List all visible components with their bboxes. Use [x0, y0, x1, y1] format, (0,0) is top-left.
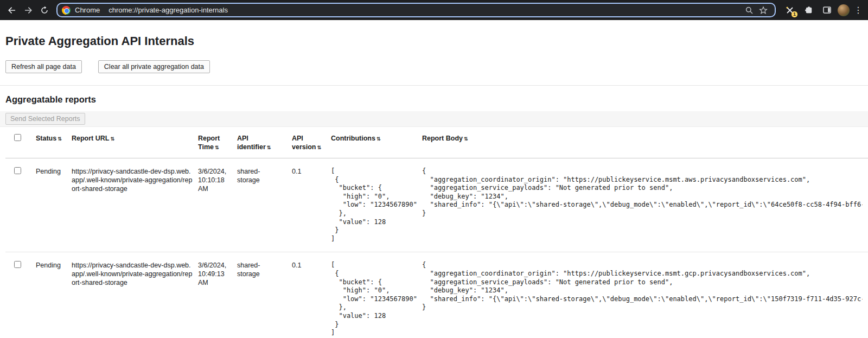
section-title: Aggregatable reports: [5, 94, 868, 105]
header-contributions[interactable]: Contributions⇅: [331, 127, 422, 158]
internals-page: Private Aggregation API Internals Refres…: [0, 34, 868, 338]
sort-arrows-icon: ⇅: [464, 136, 468, 142]
reports-table: Status⇅ Report URL⇅ Report Time⇅ API ide…: [5, 127, 868, 338]
refresh-all-button[interactable]: Refresh all page data: [5, 60, 82, 73]
api-version-cell: 0.1: [292, 252, 331, 338]
sort-arrows-icon: ⇅: [110, 136, 114, 142]
back-arrow-icon: [8, 6, 16, 15]
url-text: chrome://private-aggregation-internals: [108, 6, 228, 14]
report-body-cell: { "aggregation_coordinator_origin": "htt…: [422, 158, 868, 252]
table-header-row: Status⇅ Report URL⇅ Report Time⇅ API ide…: [5, 127, 868, 158]
api-version-cell: 0.1: [292, 158, 331, 252]
status-cell: Pending: [36, 158, 72, 252]
toolbar-right-icons: 1 ⋮: [782, 3, 864, 18]
report-url-cell: https://privacy-sandcastle-dev-dsp.web.a…: [72, 158, 198, 252]
reload-icon: [40, 6, 49, 15]
menu-kebab-icon[interactable]: ⋮: [853, 6, 864, 15]
sort-arrows-icon: ⇅: [317, 145, 321, 150]
back-button[interactable]: [4, 3, 20, 18]
contributions-json: [ { "bucket": { "high": "0", "low": "123…: [331, 167, 417, 243]
row-checkbox[interactable]: [14, 261, 21, 268]
extensions-puzzle-icon[interactable]: [801, 3, 816, 18]
header-report-url[interactable]: Report URL⇅: [72, 127, 198, 158]
browser-toolbar: Chrome chrome://private-aggregation-inte…: [0, 0, 868, 20]
header-api-version[interactable]: API version⇅: [292, 127, 331, 158]
extension-badge: 1: [792, 11, 797, 17]
header-report-time[interactable]: Report Time⇅: [198, 127, 237, 158]
report-time-cell: 3/6/2024, 10:49:13 AM: [198, 252, 237, 338]
side-panel-icon[interactable]: [819, 3, 834, 18]
profile-avatar[interactable]: [838, 4, 850, 16]
header-api-identifier[interactable]: API identifier⇅: [237, 127, 292, 158]
reload-button[interactable]: [37, 3, 52, 18]
chrome-logo-icon: [62, 6, 71, 15]
contributions-cell: [ { "bucket": { "high": "0", "low": "123…: [331, 158, 422, 252]
table-row: Pending https://privacy-sandcastle-dev-d…: [5, 158, 868, 252]
sort-arrows-icon: ⇅: [215, 145, 219, 150]
header-report-body[interactable]: Report Body⇅: [422, 127, 868, 158]
bookmark-star-icon[interactable]: [756, 4, 770, 16]
select-all-checkbox[interactable]: [14, 134, 21, 141]
extension-icon[interactable]: 1: [782, 3, 797, 18]
page-title: Private Aggregation API Internals: [5, 34, 868, 48]
clear-all-button[interactable]: Clear all private aggregation data: [98, 60, 210, 73]
address-bar[interactable]: Chrome chrome://private-aggregation-inte…: [56, 3, 776, 17]
page-actions: Refresh all page data Clear all private …: [5, 60, 868, 73]
sort-arrows-icon: ⇅: [267, 145, 271, 150]
forward-arrow-icon: [24, 6, 33, 15]
section-divider: [0, 85, 868, 86]
report-body-json: { "aggregation_coordinator_origin": "htt…: [422, 167, 863, 218]
report-time-cell: 3/6/2024, 10:10:18 AM: [198, 158, 237, 252]
header-status[interactable]: Status⇅: [36, 127, 72, 158]
send-reports-bar: Send Selected Reports: [0, 111, 868, 127]
api-identifier-cell: shared-storage: [237, 252, 292, 338]
report-url-cell: https://privacy-sandcastle-dev-dsp.web.a…: [72, 252, 198, 338]
contributions-cell: [ { "bucket": { "high": "0", "low": "123…: [331, 252, 422, 338]
contributions-json: [ { "bucket": { "high": "0", "low": "123…: [331, 261, 417, 337]
api-identifier-cell: shared-storage: [237, 158, 292, 252]
sort-arrows-icon: ⇅: [58, 136, 62, 142]
search-icon[interactable]: [742, 4, 756, 16]
url-scheme-label: Chrome: [75, 6, 100, 14]
report-body-json: { "aggregation_coordinator_origin": "htt…: [422, 261, 863, 312]
send-selected-reports-button[interactable]: Send Selected Reports: [5, 113, 85, 125]
forward-button[interactable]: [21, 3, 36, 18]
status-cell: Pending: [36, 252, 72, 338]
sort-arrows-icon: ⇅: [376, 136, 381, 142]
row-checkbox[interactable]: [14, 167, 21, 174]
report-body-cell: { "aggregation_coordinator_origin": "htt…: [422, 252, 868, 338]
table-row: Pending https://privacy-sandcastle-dev-d…: [5, 252, 868, 338]
